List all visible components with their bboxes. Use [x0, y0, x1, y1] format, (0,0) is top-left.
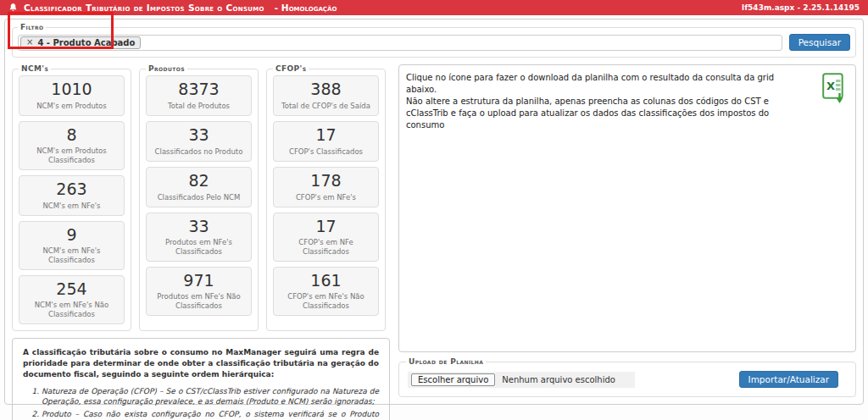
stat-value: 1010: [22, 80, 121, 98]
stat-value: 388: [276, 80, 376, 98]
stat-label: CFOP's em NFe's: [276, 193, 376, 202]
ncm-panel: NCM's 1010 NCM's em Produtos 8 NCM's em …: [12, 64, 131, 331]
page-title: Classificador Tributário de Impostos Sob…: [24, 3, 264, 13]
stat-value: 178: [276, 172, 376, 190]
filter-tag[interactable]: × 4 - Produto Acabado: [20, 36, 141, 49]
file-status-text: Nenhum arquivo escolhido: [502, 375, 615, 384]
stat-value: 254: [22, 280, 121, 298]
stat-value: 8373: [149, 80, 248, 98]
stat-card: 33 Produtos em NFe's Classificados: [146, 213, 252, 262]
stat-label: NCM's em NFe's Classificados: [22, 246, 121, 265]
stat-label: Total de CFOP's de Saída: [276, 102, 376, 111]
produtos-panel: Produtos 8373 Total de Produtos 33 Class…: [139, 64, 259, 331]
download-instruction-line1: Clique no ícone para fazer o download da…: [406, 72, 787, 96]
rule-item: Natureza de Operação (CFOP) – Se o CST/c…: [42, 386, 379, 406]
stat-label: NCM's em NFe's: [22, 202, 121, 211]
stat-card: 178 CFOP's em NFe's: [273, 167, 379, 207]
remove-tag-icon[interactable]: ×: [26, 38, 33, 47]
filter-tag-label: 4 - Produto Acabado: [37, 38, 135, 47]
excel-download-icon[interactable]: X: [822, 73, 846, 108]
stat-card: 17 CFOP's Classificados: [273, 121, 379, 162]
filter-legend: Filtro: [18, 23, 46, 31]
stat-card: 161 CFOP's em NFe's Não Classificados: [273, 267, 379, 316]
stat-value: 161: [276, 272, 376, 290]
produtos-panel-legend: Produtos: [146, 64, 187, 73]
stat-value: 263: [22, 180, 121, 198]
download-instruction-line2: Não altere a estrutura da planilha, apen…: [406, 96, 787, 131]
file-input[interactable]: Escolher arquivo Nenhum arquivo escolhid…: [408, 372, 635, 388]
stat-value: 33: [149, 218, 248, 235]
stats-column: NCM's 1010 NCM's em Produtos 8 NCM's em …: [12, 64, 390, 397]
cfop-panel: CFOP's 388 Total de CFOP's de Saída 17 C…: [266, 64, 386, 331]
version-label: lf543m.aspx - 2.25.1.14195: [742, 3, 860, 12]
stat-label: CFOP's em NFe Classificados: [276, 238, 376, 257]
upload-fieldset: Upload de Planilha Escolher arquivo Nenh…: [398, 357, 856, 397]
stat-card: 82 Classificados Pelo NCM: [146, 167, 252, 207]
stat-card: 263 NCM's em NFe's: [19, 175, 125, 216]
upload-legend: Upload de Planilha: [406, 357, 486, 366]
stat-label: NCM's em Produtos Classificados: [22, 146, 121, 165]
stat-value: 82: [149, 172, 248, 190]
classification-rules-panel: A classificação tributária sobre o consu…: [12, 338, 390, 420]
stat-label: Classificados Pelo NCM: [149, 193, 248, 202]
app-header: Classificador Tributário de Impostos Sob…: [0, 0, 868, 15]
stat-label: Classificados no Produto: [149, 147, 248, 157]
download-upload-column: Clique no ícone para fazer o download da…: [398, 64, 856, 397]
stat-card: 17 CFOP's em NFe Classificados: [273, 213, 379, 262]
main-container: Filtro × 4 - Produto Acabado Pesquisar N…: [4, 19, 864, 405]
stat-value: 8: [22, 126, 121, 144]
stat-card: 8 NCM's em Produtos Classificados: [19, 121, 125, 170]
svg-text:X: X: [826, 80, 835, 92]
stat-value: 971: [149, 272, 248, 290]
download-instructions-panel: Clique no ícone para fazer o download da…: [398, 64, 856, 352]
rules-list: Natureza de Operação (CFOP) – Se o CST/c…: [42, 386, 379, 420]
choose-file-button[interactable]: Escolher arquivo: [411, 373, 495, 386]
filter-fieldset: Filtro × 4 - Produto Acabado Pesquisar: [12, 23, 856, 58]
stat-card: 33 Classificados no Produto: [146, 121, 252, 162]
stat-label: NCM's em Produtos: [22, 102, 121, 111]
stat-card: 388 Total de CFOP's de Saída: [273, 75, 379, 116]
stat-label: Total de Produtos: [149, 102, 248, 111]
filter-input[interactable]: × 4 - Produto Acabado: [18, 35, 782, 51]
stat-label: Produtos em NFe's Não Classificados: [149, 292, 248, 311]
stat-card: 8373 Total de Produtos: [146, 75, 252, 116]
search-button[interactable]: Pesquisar: [789, 34, 850, 51]
stat-label: CFOP's Classificados: [276, 147, 376, 157]
stat-label: NCM's em NFe's Não Classificados: [22, 301, 121, 319]
bell-icon: [8, 3, 18, 13]
cfop-panel-legend: CFOP's: [273, 64, 309, 73]
stat-card: 9 NCM's em NFe's Classificados: [19, 221, 125, 270]
stat-label: Produtos em NFe's Classificados: [149, 238, 248, 257]
import-update-button[interactable]: Importar/Atualizar: [739, 371, 838, 388]
stat-label: CFOP's em NFe's Não Classificados: [276, 292, 376, 311]
stat-card: 254 NCM's em NFe's Não Classificados: [19, 275, 125, 324]
stat-value: 33: [149, 126, 248, 144]
stat-value: 17: [276, 126, 376, 144]
stat-card: 971 Produtos em NFe's Não Classificados: [146, 267, 252, 316]
rules-intro: A classificação tributária sobre o consu…: [23, 347, 379, 380]
ncm-panel-legend: NCM's: [19, 64, 51, 73]
stat-value: 9: [22, 226, 121, 244]
stat-value: 17: [276, 218, 376, 235]
rule-item: Produto – Caso não exista configuração n…: [42, 409, 379, 420]
environment-label: - Homologação: [275, 3, 337, 13]
stat-card: 1010 NCM's em Produtos: [19, 75, 125, 116]
